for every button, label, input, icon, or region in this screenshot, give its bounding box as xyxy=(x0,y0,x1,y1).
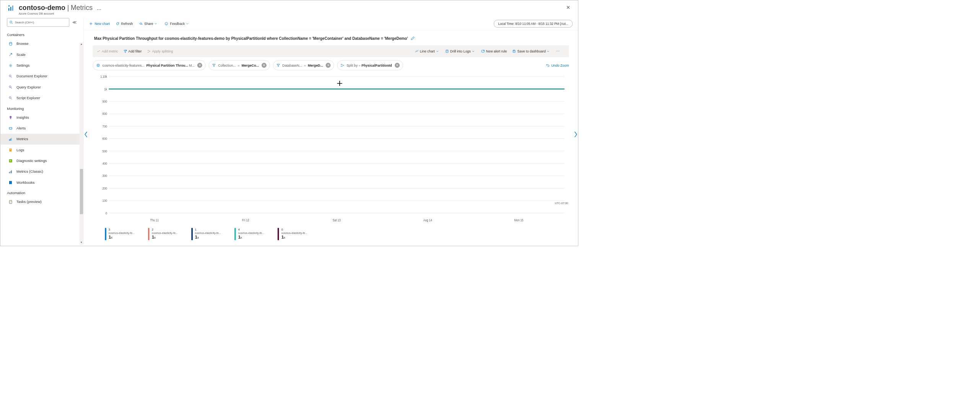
more-chart-options-button[interactable]: ⋯ xyxy=(556,49,560,54)
sidebar-item-settings[interactable]: Settings xyxy=(0,60,84,71)
svg-text:Mon 15: Mon 15 xyxy=(514,218,523,222)
metrics-chart[interactable]: 01002003004005006007008009001k1.10kThu 1… xyxy=(93,74,569,226)
undo-zoom-button[interactable]: Undo Zoom xyxy=(546,63,569,67)
svg-text:800: 800 xyxy=(103,111,107,116)
chart-title: Max Physical Partition Throughput for co… xyxy=(94,36,408,41)
sidebar-item-scale[interactable]: Scale xyxy=(0,49,84,60)
save-to-dashboard-button[interactable]: Save to dashboard xyxy=(512,49,550,53)
refresh-button[interactable]: Refresh xyxy=(116,22,133,26)
logs-icon xyxy=(8,148,13,152)
legend-series-id: 3 xyxy=(109,228,135,231)
feedback-button[interactable]: Feedback xyxy=(164,22,190,26)
legend-item[interactable]: 2 cosmos-elasticity-fe... 1k xyxy=(148,228,178,240)
svg-text:1k: 1k xyxy=(104,87,107,91)
sidebar-item-query-explorer[interactable]: Query Explorer xyxy=(0,82,84,93)
legend-item[interactable]: 1 cosmos-elasticity-fe... 1k xyxy=(191,228,221,240)
split-pill[interactable]: Split by = PhysicalPartitionId ✕ xyxy=(337,61,403,70)
legend-series-source: cosmos-elasticity-fe... xyxy=(281,231,307,234)
apply-splitting-button[interactable]: Apply splitting xyxy=(147,49,173,53)
chart-type-button[interactable]: Line chart xyxy=(415,49,440,53)
svg-text:Thu 11: Thu 11 xyxy=(150,218,159,222)
edit-title-button[interactable] xyxy=(411,36,415,41)
sidebar-item-alerts[interactable]: Alerts xyxy=(0,123,84,134)
remove-pill-icon[interactable]: ✕ xyxy=(395,63,400,68)
sidebar-item-diagnostic-settings[interactable]: Diagnostic settings xyxy=(0,155,84,166)
svg-rect-1 xyxy=(10,7,11,11)
legend-item[interactable]: 4 cosmos-elasticity-fe... 1k xyxy=(234,228,264,240)
sidebar-item-document-explorer[interactable]: Document Explorer xyxy=(0,71,84,82)
sidebar-item-label: Logs xyxy=(16,148,24,152)
sidebar-item-script-explorer[interactable]: Script Explorer xyxy=(0,93,84,103)
sidebar-item-label: Diagnostic settings xyxy=(16,159,47,163)
legend-series-value: 1k xyxy=(152,234,178,240)
workbooks-icon xyxy=(8,180,13,185)
svg-text:Aug 14: Aug 14 xyxy=(423,218,432,222)
sidebar-item-label: Alerts xyxy=(16,126,26,131)
scale-icon xyxy=(8,52,13,57)
time-range-picker[interactable]: Local Time: 8/10 11:05 AM - 8/15 11:32 P… xyxy=(494,20,573,28)
share-button[interactable]: Share xyxy=(139,22,159,26)
sidebar-item-browse[interactable]: Browse xyxy=(0,38,84,49)
legend-series-value: 1k xyxy=(281,234,307,240)
prev-chart-button[interactable] xyxy=(83,129,90,140)
title-separator: | xyxy=(67,4,69,11)
legend-series-id: 1 xyxy=(195,228,221,231)
svg-text:500: 500 xyxy=(103,149,107,153)
legend-series-source: cosmos-elasticity-fe... xyxy=(109,231,135,234)
svg-text:700: 700 xyxy=(103,124,107,128)
chevron-down-icon xyxy=(186,23,189,25)
svg-text:Sat 13: Sat 13 xyxy=(333,218,341,222)
nav-scrollbar[interactable]: ▴ ▾ xyxy=(80,43,84,245)
drill-into-logs-button[interactable]: Drill into Logs xyxy=(445,49,476,53)
blade-name: Metrics xyxy=(71,4,93,11)
sidebar-item-tasks-preview-[interactable]: Tasks (preview) xyxy=(0,196,84,207)
sidebar-item-metrics-classic-[interactable]: Metrics (Classic) xyxy=(0,166,84,177)
sidebar-item-label: Script Explorer xyxy=(16,96,40,100)
diag-icon xyxy=(8,159,13,163)
new-alert-rule-button[interactable]: + New alert rule xyxy=(481,49,507,53)
new-chart-button[interactable]: New chart xyxy=(89,22,110,26)
filter-pill-collection[interactable]: Collection... = MergeCo... ✕ xyxy=(209,61,270,70)
scroll-up-arrow[interactable]: ▴ xyxy=(80,43,84,47)
nav-group-header: Monitoring xyxy=(0,103,84,112)
add-filter-button[interactable]: + Add filter xyxy=(124,49,142,53)
close-blade-button[interactable]: ✕ xyxy=(565,4,571,11)
sidebar-item-metrics[interactable]: Metrics xyxy=(0,134,84,144)
remove-pill-icon[interactable]: ✕ xyxy=(197,63,202,68)
more-actions-button[interactable]: ⋯ xyxy=(97,7,101,12)
alerts-icon xyxy=(8,126,13,131)
svg-text:200: 200 xyxy=(103,186,107,190)
svg-rect-20 xyxy=(9,149,11,152)
filter-pill-database[interactable]: DatabaseN... = MergeD... ✕ xyxy=(273,61,334,70)
query-icon xyxy=(8,85,13,89)
legend-color-swatch xyxy=(191,228,193,240)
sidebar-item-label: Insights xyxy=(16,115,29,119)
sidebar-item-label: Metrics xyxy=(16,137,28,141)
next-chart-button[interactable] xyxy=(573,129,579,140)
metricsc-icon xyxy=(8,170,13,174)
svg-text:Fri 12: Fri 12 xyxy=(242,218,249,222)
svg-rect-2 xyxy=(12,6,13,11)
metrics-icon xyxy=(8,137,13,141)
collapse-nav-button[interactable]: ≪ xyxy=(72,20,77,25)
svg-text:400: 400 xyxy=(103,161,107,165)
search-input[interactable]: Search (Ctrl+/) xyxy=(7,18,69,26)
sidebar-item-logs[interactable]: Logs xyxy=(0,145,84,155)
remove-pill-icon[interactable]: ✕ xyxy=(262,63,267,68)
remove-pill-icon[interactable]: ✕ xyxy=(326,63,331,68)
doc-icon xyxy=(8,74,13,78)
svg-text:900: 900 xyxy=(103,99,107,103)
svg-line-5 xyxy=(12,23,13,24)
svg-point-4 xyxy=(10,21,12,23)
scroll-down-arrow[interactable]: ▾ xyxy=(80,240,84,245)
sidebar-item-workbooks[interactable]: Workbooks xyxy=(0,177,84,188)
add-metric-button[interactable]: Add metric xyxy=(97,49,118,53)
metric-pill[interactable]: cosmos-elasticity-features... Physical P… xyxy=(93,61,205,70)
svg-rect-14 xyxy=(10,119,11,119)
legend-item[interactable]: 3 cosmos-elasticity-fe... 1k xyxy=(105,228,135,240)
svg-rect-21 xyxy=(10,149,11,149)
resource-name: contoso-demo xyxy=(19,4,65,11)
sidebar-item-insights[interactable]: Insights xyxy=(0,112,84,123)
legend-item[interactable]: 0 cosmos-elasticity-fe... 1k xyxy=(278,228,308,240)
scrollbar-thumb[interactable] xyxy=(80,169,83,214)
